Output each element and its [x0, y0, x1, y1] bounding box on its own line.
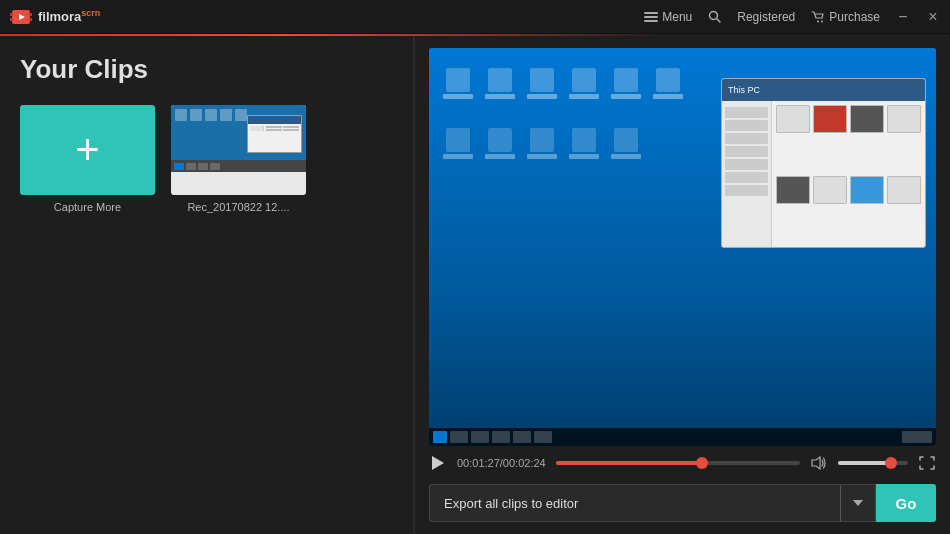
export-dropdown[interactable]: Export all clips to editor	[429, 484, 840, 522]
fullscreen-button[interactable]	[918, 454, 936, 472]
svg-line-10	[717, 19, 720, 22]
logo-area: filmorascrn	[10, 6, 100, 28]
fe-thumb	[887, 176, 921, 204]
recorded-clip-thumbnail[interactable]	[171, 105, 306, 195]
svg-point-9	[710, 12, 718, 20]
fe-side-item	[725, 146, 768, 157]
video-screenshot: This PC	[429, 48, 936, 446]
left-panel: Your Clips + Capture More	[0, 36, 415, 534]
play-icon	[432, 456, 444, 470]
fe-side-item	[725, 133, 768, 144]
volume-bar[interactable]	[838, 461, 908, 465]
fe-thumb	[850, 176, 884, 204]
purchase-button[interactable]: Purchase	[811, 10, 880, 24]
menu-label: Menu	[662, 10, 692, 24]
fe-thumb	[776, 176, 810, 204]
taskbar-item	[513, 431, 531, 443]
fe-thumb	[813, 105, 847, 133]
menu-button[interactable]: Menu	[644, 10, 692, 24]
seek-handle[interactable]	[696, 457, 708, 469]
time-display: 00:01:27/00:02:24	[457, 457, 546, 469]
go-button[interactable]: Go	[876, 484, 936, 522]
cart-icon	[811, 11, 825, 23]
dropdown-arrow-button[interactable]	[840, 484, 876, 522]
menu-icon	[644, 12, 658, 22]
svg-point-11	[817, 20, 819, 22]
fe-side-item	[725, 159, 768, 170]
export-bar: Export all clips to editor Go	[429, 484, 936, 522]
svg-rect-7	[644, 16, 658, 18]
fe-side-item	[725, 185, 768, 196]
right-panel: This PC	[415, 36, 950, 534]
export-dropdown-text: Export all clips to editor	[444, 496, 826, 511]
capture-more-label: Capture More	[54, 201, 121, 213]
svg-point-12	[821, 20, 823, 22]
svg-rect-2	[10, 18, 13, 21]
seek-progress	[556, 461, 703, 465]
app-logo-text: filmorascrn	[38, 8, 100, 24]
registered-button[interactable]: Registered	[737, 10, 795, 24]
thumb-inner	[171, 105, 306, 195]
capture-more-box[interactable]: +	[20, 105, 155, 195]
svg-marker-13	[812, 457, 820, 469]
seek-bar[interactable]	[556, 461, 800, 465]
video-area[interactable]: This PC	[429, 48, 936, 446]
volume-button[interactable]	[810, 454, 828, 472]
volume-progress	[838, 461, 891, 465]
title-bar-controls: Menu Registered Purchase − ×	[644, 10, 940, 24]
registered-label: Registered	[737, 10, 795, 24]
taskbar-item	[450, 431, 468, 443]
player-controls: 00:01:27/00:02:24	[429, 446, 936, 524]
fe-side-item	[725, 172, 768, 183]
capture-more-item[interactable]: + Capture More	[20, 105, 155, 213]
clips-grid: + Capture More	[20, 105, 393, 213]
controls-row: 00:01:27/00:02:24	[429, 454, 936, 472]
fe-thumb	[813, 176, 847, 204]
title-bar: filmorascrn Menu Registered	[0, 0, 950, 34]
fe-thumb	[776, 105, 810, 133]
volume-icon	[811, 456, 827, 470]
taskbar-start	[433, 431, 447, 443]
fullscreen-icon	[919, 456, 935, 470]
volume-handle[interactable]	[885, 457, 897, 469]
recorded-clip-label: Rec_20170822 12....	[187, 201, 289, 213]
fe-thumb	[850, 105, 884, 133]
taskbar-item	[492, 431, 510, 443]
close-button[interactable]: ×	[926, 10, 940, 24]
svg-rect-6	[644, 12, 658, 14]
chevron-down-icon	[853, 500, 863, 506]
svg-rect-8	[644, 20, 658, 22]
fe-thumb	[887, 105, 921, 133]
video-taskbar	[429, 428, 936, 446]
file-explorer-window: This PC	[721, 78, 926, 248]
recorded-clip-item[interactable]: Rec_20170822 12....	[171, 105, 306, 213]
fe-side-item	[725, 107, 768, 118]
svg-rect-3	[29, 13, 32, 16]
fe-body	[722, 101, 925, 247]
search-icon	[708, 10, 721, 23]
svg-rect-4	[29, 18, 32, 21]
fe-main-area	[772, 101, 925, 247]
taskbar-item	[534, 431, 552, 443]
plus-icon: +	[75, 129, 100, 171]
fe-sidebar	[722, 101, 772, 247]
filmora-logo-icon	[10, 6, 32, 28]
taskbar-item	[471, 431, 489, 443]
play-button[interactable]	[429, 454, 447, 472]
purchase-label: Purchase	[829, 10, 880, 24]
svg-rect-1	[10, 13, 13, 16]
page-title: Your Clips	[20, 54, 393, 85]
main-content: Your Clips + Capture More	[0, 36, 950, 534]
taskbar-clock	[902, 431, 932, 443]
minimize-button[interactable]: −	[896, 10, 910, 24]
fe-side-item	[725, 120, 768, 131]
fe-titlebar: This PC	[722, 79, 925, 101]
search-button[interactable]	[708, 10, 721, 23]
